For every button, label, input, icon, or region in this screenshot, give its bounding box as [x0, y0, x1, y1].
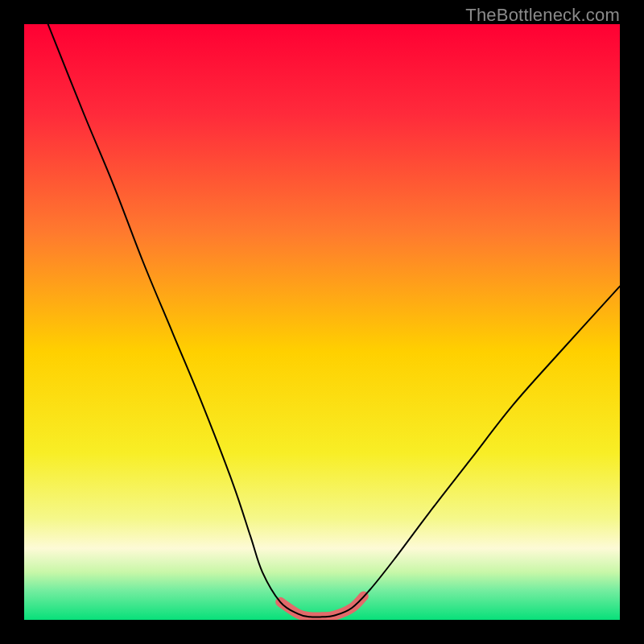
chart-frame: TheBottleneck.com	[0, 0, 644, 644]
chart-svg	[24, 24, 620, 620]
optimal-band-line	[280, 596, 364, 617]
plot-area	[24, 24, 620, 620]
bottleneck-curve	[48, 24, 620, 617]
watermark-label: TheBottleneck.com	[465, 5, 620, 26]
